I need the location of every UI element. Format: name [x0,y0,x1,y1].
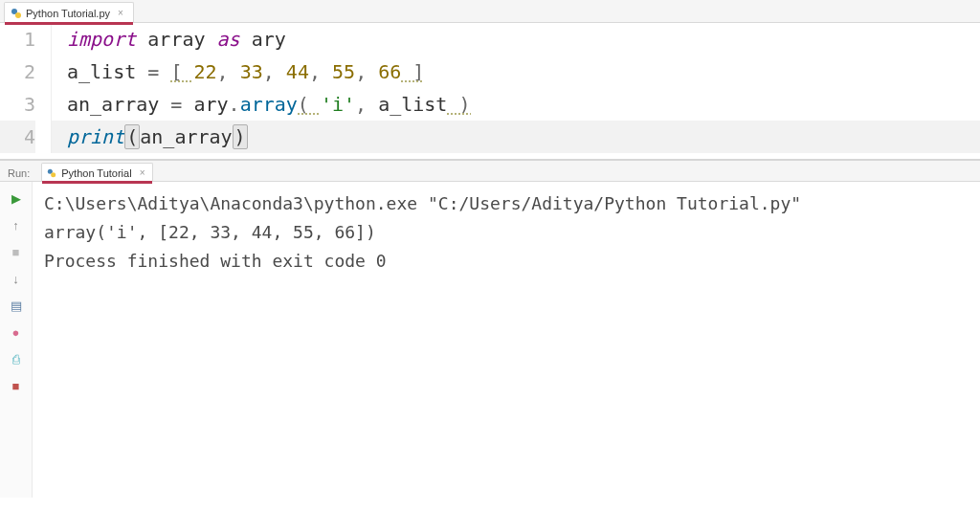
rerun-icon[interactable]: ▶ [8,189,25,207]
editor-tab-label: Python Tutorial.py [26,8,110,19]
identifier: ary [252,28,286,51]
run-label: Run: [4,166,33,181]
number-literal: 66 [378,60,401,83]
scroll-up-icon[interactable]: ↑ [8,216,25,233]
svg-point-3 [51,172,56,177]
close-run-tab-icon[interactable]: × [140,167,145,178]
bracket-open: [ [170,60,193,83]
run-body: ▶ ↑ ■ ↓ ▤ ● ⎙ ■ C:\Users\Aditya\Anaconda… [0,182,980,498]
code-editor[interactable]: 1 2 3 4 import array as ary a_list = [ 2… [0,23,980,153]
print-icon[interactable]: ⎙ [8,350,25,367]
breakpoint-icon[interactable]: ● [8,323,25,341]
close-tab-icon[interactable]: × [118,8,123,18]
bracket-close: ] [401,60,424,83]
run-config-name: Python Tutorial [61,167,131,179]
scroll-down-icon[interactable]: ↓ [8,270,25,287]
svg-point-1 [15,12,21,18]
run-config-tab[interactable]: Python Tutorial × [41,163,153,182]
line-number: 1 [0,23,35,55]
number-literal: 22 [193,60,216,83]
comma: , [263,60,286,83]
code-line[interactable]: an_array = ary.array( 'i', a_list ) [52,88,980,121]
run-tab-bar: Run: Python Tutorial × [0,161,980,182]
run-toolbar: ▶ ↑ ■ ↓ ▤ ● ⎙ ■ [0,182,33,498]
paren-open: ( [298,93,321,116]
editor-tab[interactable]: Python Tutorial.py × [4,2,134,23]
identifier: ary [193,93,228,116]
editor-pane: Python Tutorial.py × 1 2 3 4 import arra… [0,0,980,160]
method-call: array [240,93,298,116]
console-line: C:\Users\Aditya\Anaconda3\python.exe "C:… [44,189,969,218]
builtin-print: print [67,125,124,148]
run-tool-window: Run: Python Tutorial × ▶ ↑ ■ ↓ ▤ ● ⎙ ■ C… [0,160,980,498]
line-number: 2 [0,55,35,88]
stop-icon[interactable]: ■ [8,243,25,260]
layout-icon[interactable]: ▤ [8,297,25,314]
matched-paren-open: ( [124,124,140,149]
code-line[interactable]: import array as ary [52,23,980,55]
identifier: a_list [67,60,136,83]
paren-close: ) [447,93,470,116]
console-output[interactable]: C:\Users\Aditya\Anaconda3\python.exe "C:… [33,182,980,498]
identifier: an_array [67,93,159,116]
line-gutter: 1 2 3 4 [0,23,52,153]
python-file-icon [46,167,57,179]
console-line: Process finished with exit code 0 [44,247,969,276]
operator: = [159,93,193,116]
code-line-current[interactable]: print(an_array) [52,121,980,153]
comma: , [355,93,378,116]
line-number: 4 [0,121,35,153]
console-line: array('i', [22, 33, 44, 55, 66]) [44,218,969,247]
code-line[interactable]: a_list = [ 22, 33, 44, 55, 66 ] [52,55,980,88]
matched-paren-close: ) [233,124,248,149]
string-literal: 'i' [321,93,355,116]
code-lines: import array as ary a_list = [ 22, 33, 4… [52,23,980,153]
keyword-as: as [217,28,240,51]
python-file-icon [11,8,22,19]
dot: . [229,93,240,116]
keyword-import: import [67,28,136,51]
identifier: a_list [378,93,447,116]
number-literal: 33 [240,60,263,83]
delete-icon[interactable]: ■ [8,377,25,394]
line-number: 3 [0,88,35,121]
number-literal: 55 [332,60,355,83]
comma: , [309,60,332,83]
identifier: array [147,28,205,51]
comma: , [217,60,240,83]
comma: , [355,60,378,83]
operator: = [136,60,170,83]
editor-tab-bar: Python Tutorial.py × [0,0,980,23]
number-literal: 44 [286,60,309,83]
identifier: an_array [140,125,232,148]
